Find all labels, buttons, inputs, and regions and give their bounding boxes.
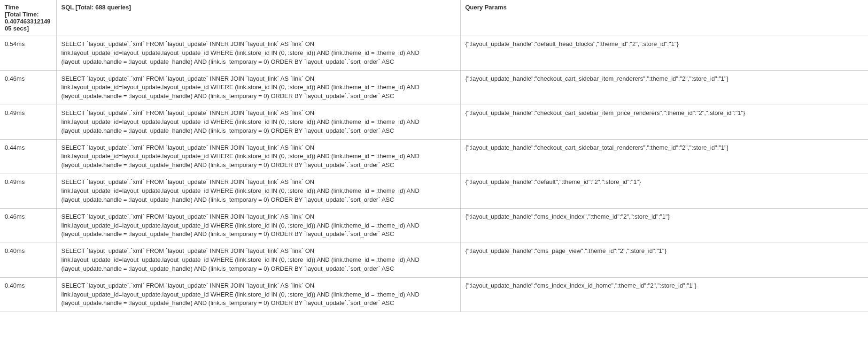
table-row: 0.40msSELECT `layout_update`.`xml` FROM … [0, 277, 868, 312]
table-row: 0.46msSELECT `layout_update`.`xml` FROM … [0, 70, 868, 105]
table-row: 0.46msSELECT `layout_update`.`xml` FROM … [0, 208, 868, 243]
table-row: 0.49msSELECT `layout_update`.`xml` FROM … [0, 105, 868, 140]
table-row: 0.54msSELECT `layout_update`.`xml` FROM … [0, 36, 868, 71]
header-params-label: Query Params [465, 4, 507, 11]
cell-params: {":layout_update_handle":"cms_index_inde… [460, 277, 868, 312]
cell-params: {":layout_update_handle":"default",":the… [460, 174, 868, 209]
cell-sql: SELECT `layout_update`.`xml` FROM `layou… [56, 174, 460, 209]
cell-time: 0.49ms [0, 174, 56, 209]
header-sql-label: SQL [Total: 688 queries] [62, 4, 131, 11]
cell-sql: SELECT `layout_update`.`xml` FROM `layou… [56, 70, 460, 105]
cell-params: {":layout_update_handle":"cms_index_inde… [460, 208, 868, 243]
cell-time: 0.40ms [0, 243, 56, 278]
header-params: Query Params [460, 0, 868, 36]
table-header-row: Time [Total Time: 0.40746331214905 secs]… [0, 0, 868, 36]
cell-sql: SELECT `layout_update`.`xml` FROM `layou… [56, 208, 460, 243]
cell-sql: SELECT `layout_update`.`xml` FROM `layou… [56, 36, 460, 71]
cell-params: {":layout_update_handle":"checkout_cart_… [460, 70, 868, 105]
header-time: Time [Total Time: 0.40746331214905 secs] [0, 0, 56, 36]
cell-time: 0.54ms [0, 36, 56, 71]
cell-sql: SELECT `layout_update`.`xml` FROM `layou… [56, 105, 460, 140]
query-log-table: Time [Total Time: 0.40746331214905 secs]… [0, 0, 868, 312]
cell-params: {":layout_update_handle":"checkout_cart_… [460, 139, 868, 174]
cell-time: 0.40ms [0, 277, 56, 312]
cell-params: {":layout_update_handle":"default_head_b… [460, 36, 868, 71]
header-time-label: Time [5, 4, 19, 11]
cell-sql: SELECT `layout_update`.`xml` FROM `layou… [56, 139, 460, 174]
header-sql: SQL [Total: 688 queries] [56, 0, 460, 36]
table-row: 0.44msSELECT `layout_update`.`xml` FROM … [0, 139, 868, 174]
cell-time: 0.46ms [0, 208, 56, 243]
cell-time: 0.44ms [0, 139, 56, 174]
cell-time: 0.46ms [0, 70, 56, 105]
header-time-sub: [Total Time: 0.40746331214905 secs] [5, 11, 51, 32]
cell-sql: SELECT `layout_update`.`xml` FROM `layou… [56, 277, 460, 312]
cell-sql: SELECT `layout_update`.`xml` FROM `layou… [56, 243, 460, 278]
table-row: 0.49msSELECT `layout_update`.`xml` FROM … [0, 174, 868, 209]
cell-time: 0.49ms [0, 105, 56, 140]
table-row: 0.40msSELECT `layout_update`.`xml` FROM … [0, 243, 868, 278]
cell-params: {":layout_update_handle":"cms_page_view"… [460, 243, 868, 278]
cell-params: {":layout_update_handle":"checkout_cart_… [460, 105, 868, 140]
